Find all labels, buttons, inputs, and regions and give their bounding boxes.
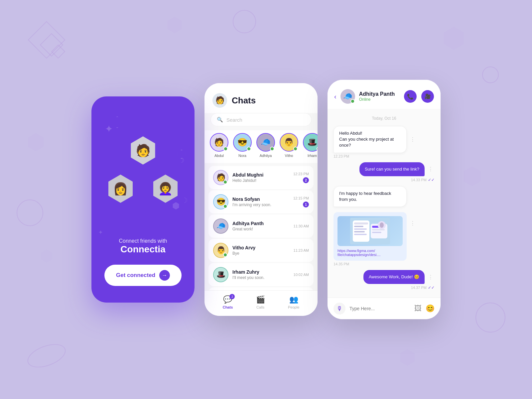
chat-avatar-2: 😎 (213, 194, 228, 209)
chat-item-5[interactable]: 🎩 Irham Zuhry I'll meet you soon. 10:02 … (208, 263, 314, 286)
message-options-4[interactable]: ⋮ (427, 273, 435, 282)
chat-list: 🧑 Abdul Mughni Hello Jahidul! 12:23 PM 2… (204, 163, 318, 290)
story-avatar-wrap-1: 🧑 (210, 133, 228, 152)
detail-contact-avatar: 🧢 (340, 89, 355, 104)
unread-badge-2: 1 (303, 201, 309, 207)
decor-ellipse-1 (24, 339, 68, 372)
call-button[interactable]: 📞 (404, 90, 417, 103)
message-content-3: I'm happy to hear feedback from you. (333, 186, 407, 261)
avatar-emoji-3: 👩‍🦱 (158, 183, 173, 195)
decor-circle-1 (233, 10, 256, 33)
decor-circle-2 (482, 66, 499, 83)
chat-meta-1: 12:23 PM 2 (293, 172, 309, 183)
message-row-3: I'm happy to hear feedback from you. (333, 186, 435, 266)
mic-button[interactable]: 🎙 (333, 303, 345, 315)
link-preview-url: https://www.figma.com/file/chatappsdesig… (337, 249, 403, 257)
contact-name: Adhitya Panth (359, 91, 400, 97)
chat-info-1: Abdul Mughni Hello Jahidul! (232, 172, 289, 183)
chat-item-2[interactable]: 😎 Nora Sofyan I'm arriving very soon. 12… (208, 190, 314, 213)
phone-icon: 📞 (407, 93, 414, 100)
decor-hex-splash-3 (172, 202, 180, 209)
splash-subtitle: Connect friends with (119, 238, 167, 244)
phone-detail: ‹ 🧢 Adhitya Panth Online 📞 🎥 Today, Oct … (328, 80, 441, 319)
chat-avatar-4: 👨 (213, 243, 228, 258)
chat-name-3: Adhitya Panth (232, 221, 290, 226)
story-name-4: Vitho (285, 154, 293, 158)
chat-name-5: Irham Zuhry (232, 269, 290, 275)
message-bubble-2: Sure! can you send the link? (359, 162, 425, 176)
chat-time-4: 11:23 AM (294, 248, 309, 252)
chat-item-1[interactable]: 🧑 Abdul Mughni Hello Jahidul! 12:23 PM 2 (208, 166, 314, 189)
story-item-4[interactable]: 👨 Vitho (280, 133, 298, 158)
decor-circle-4 (475, 303, 505, 332)
search-placeholder: Search (226, 117, 242, 123)
msg-with-dots-1: Hello Abdul!Can you check my project at … (333, 126, 417, 153)
decor-star-2: ✦ (98, 229, 103, 236)
splash-avatar-top: 🧑 (129, 136, 157, 165)
chat-item-6[interactable]: 🧑 Evie Sent a photo 8:30 AM (208, 287, 314, 290)
video-call-button[interactable]: 🎥 (421, 90, 434, 103)
header-user-avatar: 🧑 (212, 93, 227, 108)
back-button[interactable]: ‹ (334, 93, 336, 100)
message-input[interactable] (349, 306, 410, 311)
message-time-3: 14.35 PM (333, 262, 349, 266)
chat-online-4 (223, 253, 227, 257)
splash-avatar-bottom-left: 👩 (106, 175, 135, 203)
header-avatar-emoji: 🧑 (215, 96, 224, 105)
online-indicator-4 (293, 147, 298, 151)
messages-area: Today, Oct 16 Hello Abdul!Can you check … (328, 109, 441, 298)
check-icon-2: ✓✓ (428, 178, 435, 182)
message-time-4: 14.37 PM ✓✓ (411, 285, 435, 290)
story-row: 🧑 Abdul 😎 Nora 🧢 Adhitya (204, 130, 318, 163)
story-item-5[interactable]: 🎩 Irham (303, 133, 318, 158)
calls-nav-label: Calls (256, 305, 264, 309)
message-row-2: ⋮ Sure! can you send the link? 14.33 PM … (333, 162, 435, 182)
story-item-1[interactable]: 🧑 Abdul (210, 133, 228, 158)
online-indicator-2 (247, 147, 251, 151)
chat-info-2: Nora Sofyan I'm arriving very soon. (232, 197, 289, 207)
decor-diamond-3 (51, 45, 65, 59)
svg-rect-5 (354, 231, 365, 232)
decor-star-1: ✦ (105, 123, 113, 135)
image-attach-button[interactable]: 🖼 (414, 304, 422, 313)
message-bubble-4: Awesome Work, Dude! 😊 (363, 270, 425, 284)
message-options-2[interactable]: ⋮ (427, 165, 435, 174)
story-item-2[interactable]: 😎 Nora (233, 133, 252, 158)
chat-time-1: 12:23 PM (293, 172, 309, 176)
chat-time-5: 10:02 AM (294, 273, 309, 277)
decor-hex-1 (166, 17, 183, 33)
chat-item-4[interactable]: 👨 Vitho Arvy Bye 11:23 AM (208, 239, 314, 262)
decor-hex-6 (399, 349, 416, 366)
link-preview-image (337, 216, 403, 246)
nav-item-calls[interactable]: 🎬 Calls (256, 295, 265, 309)
search-bar[interactable]: 🔍 Search (210, 113, 312, 126)
phone-chats: 🧑 Chats 🔍 Search 🧑 Abdul 😎 (204, 83, 318, 316)
chat-item-3[interactable]: 🧢 Adhitya Panth Great work! 11:30 AM (208, 214, 314, 238)
decor-moon-2: ☽ (181, 196, 188, 205)
svg-rect-4 (354, 228, 367, 230)
check-icon-4: ✓✓ (428, 285, 435, 290)
people-nav-label: People (288, 305, 299, 309)
message-bubble-1: Hello Abdul!Can you check my project at … (333, 126, 407, 153)
message-row-1: Hello Abdul!Can you check my project at … (333, 126, 435, 158)
date-divider: Today, Oct 16 (333, 115, 435, 122)
svg-rect-2 (354, 222, 368, 224)
chat-online-2 (223, 204, 227, 208)
decor-hex-4 (40, 249, 53, 263)
link-preview[interactable]: https://www.figma.com/file/chatappsdesig… (333, 212, 407, 261)
chat-preview-2: I'm arriving very soon. (232, 202, 289, 207)
chat-avatar-3: 🧢 (213, 218, 228, 234)
nav-item-chats[interactable]: 💬 2 Chats (223, 295, 233, 309)
chat-info-3: Adhitya Panth Great work! (232, 221, 290, 231)
contact-status: Online (359, 97, 400, 102)
message-options-1[interactable]: ⋮ (409, 135, 417, 144)
chats-nav-icon: 💬 2 (223, 295, 232, 304)
nav-item-people[interactable]: 👥 People (288, 295, 299, 309)
story-item-3[interactable]: 🧢 Adhitya (256, 133, 275, 158)
message-options-3[interactable]: ⋮ (409, 219, 417, 228)
story-name-1: Abdul (214, 154, 224, 158)
chat-meta-2: 12:15 PM 1 (293, 196, 309, 207)
avatar-emoji-1: 🧑 (136, 145, 151, 157)
emoji-button[interactable]: 😊 (426, 304, 435, 313)
chat-preview-3: Great work! (232, 227, 290, 231)
